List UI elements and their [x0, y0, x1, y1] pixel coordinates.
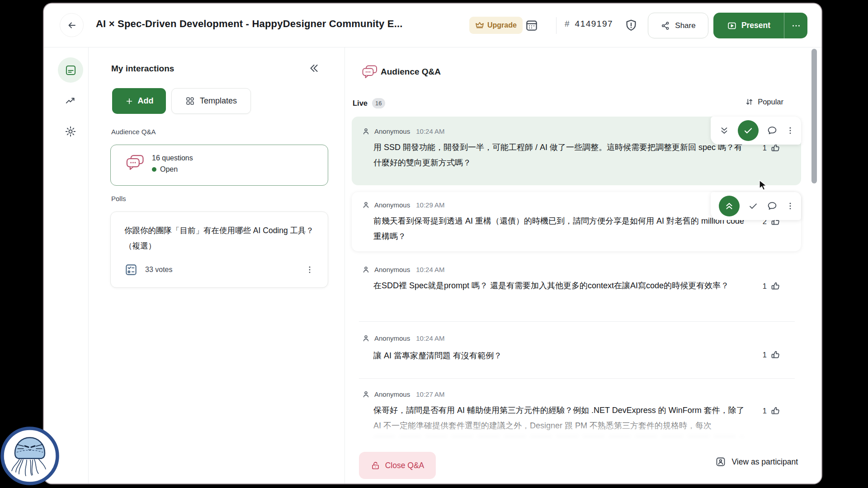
- privacy-shield-icon[interactable]: [624, 19, 638, 32]
- more-kebab-icon[interactable]: [786, 126, 795, 135]
- share-icon: [660, 21, 670, 31]
- left-rail: [44, 47, 89, 483]
- question-row-5[interactable]: Anonymous 10:27 AM 保哥好，請問是否有用 AI 輔助使用第三方…: [352, 379, 801, 455]
- dismiss-chevrons-icon[interactable]: [719, 125, 730, 136]
- approve-check-icon[interactable]: [748, 201, 759, 211]
- rail-analytics-button[interactable]: [58, 88, 83, 113]
- thumbs-up-icon: [770, 406, 781, 416]
- tab-live[interactable]: Live 16: [353, 98, 385, 108]
- question-actions: [711, 117, 801, 145]
- qa-status: Open: [160, 165, 178, 174]
- qa-bottom-bar: Close Q&A View as participant: [345, 445, 821, 483]
- mark-answered-button[interactable]: [738, 120, 759, 141]
- present-main[interactable]: Present: [713, 13, 784, 38]
- question-text: 讓 AI 當專家釐清問題 有沒有範例？: [373, 348, 748, 363]
- more-kebab-icon[interactable]: [786, 202, 795, 211]
- present-more-button[interactable]: [784, 13, 807, 38]
- poll-question: 你跟你的團隊「目前」有在使用哪些 AI Coding 工具？（複選）: [124, 223, 314, 253]
- scrollbar[interactable]: [811, 49, 817, 183]
- jellyfish-logo[interactable]: [0, 422, 65, 488]
- chat-bubbles-icon: [126, 154, 145, 174]
- rail-settings-button[interactable]: [58, 119, 83, 144]
- like-button[interactable]: 1: [763, 350, 781, 360]
- page-title: AI × Spec-Driven Development - HappyDesi…: [96, 18, 403, 30]
- comment-bubble-icon[interactable]: [767, 201, 778, 211]
- truncated-text-blur: [373, 436, 744, 443]
- panel-title: My interactions: [111, 64, 174, 74]
- qa-main-area: Audience Q&A Live 16: [345, 47, 821, 483]
- calendar-icon-button[interactable]: [525, 19, 538, 32]
- grid-icon: [185, 96, 195, 106]
- question-row-4[interactable]: Anonymous 10:24 AM 讓 AI 當專家釐清問題 有沒有範例？ 1: [352, 322, 801, 379]
- poll-card[interactable]: 你跟你的團隊「目前」有在使用哪些 AI Coding 工具？（複選） 33 vo…: [110, 211, 328, 288]
- qa-interaction-card[interactable]: 16 questions Open: [110, 145, 328, 186]
- event-code-number: 4149197: [575, 19, 613, 29]
- qa-section-label: Audience Q&A: [111, 128, 156, 136]
- event-code: # 4149197: [565, 19, 613, 29]
- app-window: AI × Spec-Driven Development - HappyDesi…: [44, 4, 821, 483]
- crown-icon: [475, 21, 484, 30]
- thumbs-up-icon: [770, 281, 781, 291]
- like-button[interactable]: 1: [763, 281, 781, 291]
- person-icon: [362, 390, 370, 399]
- qa-title-icon: [362, 65, 378, 80]
- close-qa-button[interactable]: Close Q&A: [359, 452, 436, 479]
- arrow-left-icon: [66, 20, 77, 31]
- header-divider: [556, 17, 557, 34]
- sort-arrows-icon: [745, 97, 754, 107]
- back-button[interactable]: [60, 13, 84, 37]
- templates-button[interactable]: Templates: [171, 88, 251, 114]
- upgrade-button[interactable]: Upgrade: [469, 17, 523, 34]
- person-square-icon: [715, 456, 726, 467]
- question-card-1[interactable]: Anonymous 10:24 AM 用 SSD 開發功能，開發到一半，可能工程…: [352, 117, 801, 185]
- present-play-icon: [727, 21, 737, 31]
- top-bar: AI × Spec-Driven Development - HappyDesi…: [44, 4, 821, 47]
- thumbs-up-icon: [770, 350, 781, 360]
- collapse-panel-button[interactable]: [308, 62, 320, 74]
- rail-interactions-button[interactable]: [58, 57, 83, 83]
- poll-checklist-icon: [124, 263, 138, 277]
- interactions-icon: [65, 64, 77, 76]
- person-icon: [362, 127, 370, 136]
- poll-votes: 33 votes: [145, 266, 172, 274]
- question-row-3[interactable]: Anonymous 10:24 AM 在SDD裡 Spec就是prompt 嗎？…: [352, 251, 801, 322]
- lock-open-icon: [371, 461, 380, 470]
- question-text: 保哥好，請問是否有用 AI 輔助使用第三方元件的經驗？例如 .NET DevEx…: [373, 403, 748, 433]
- live-count-badge: 16: [372, 98, 385, 108]
- polls-section-label: Polls: [111, 195, 126, 202]
- like-button[interactable]: 1: [763, 406, 781, 416]
- share-button[interactable]: Share: [648, 13, 708, 38]
- question-text: 用 SSD 開發功能，開發到一半，可能工程師 / AI 做了一些調整。這時候需要…: [373, 140, 748, 170]
- person-icon: [362, 265, 370, 274]
- trending-up-icon: [65, 95, 76, 107]
- present-button[interactable]: Present: [713, 13, 807, 38]
- open-status-dot: [152, 167, 156, 172]
- question-card-2[interactable]: Anonymous 10:29 AM 前幾天看到保哥提到透過 AI 重構（還債）…: [352, 192, 801, 251]
- add-button[interactable]: Add: [112, 88, 166, 114]
- question-text: 在SDD裡 Spec就是prompt 嗎？ 還是有需要加入其他更多的contex…: [373, 278, 748, 293]
- poll-menu-button[interactable]: [302, 263, 317, 277]
- question-actions: [711, 192, 801, 220]
- question-list: Anonymous 10:24 AM 用 SSD 開發功能，開發到一半，可能工程…: [352, 117, 801, 455]
- qa-main-title: Audience Q&A: [381, 67, 441, 77]
- chevron-double-left-icon: [308, 62, 320, 74]
- view-as-participant-button[interactable]: View as participant: [715, 456, 798, 467]
- qa-question-count: 16 questions: [152, 154, 193, 162]
- highlight-question-button[interactable]: [719, 196, 740, 216]
- qa-tabs-row: Live 16 Popular: [353, 98, 803, 113]
- plus-icon: [125, 97, 134, 106]
- sort-button[interactable]: Popular: [745, 97, 783, 107]
- person-icon: [362, 334, 370, 343]
- interactions-panel: My interactions Add Templates Audience Q…: [89, 47, 345, 483]
- ellipsis-icon: [791, 21, 801, 31]
- question-text: 前幾天看到保哥提到透過 AI 重構（還債）的時機已到，請問方便分享是如何用 AI…: [373, 213, 748, 244]
- gear-icon: [65, 126, 76, 137]
- hash-symbol: #: [565, 19, 570, 29]
- person-icon: [362, 201, 370, 209]
- comment-bubble-icon[interactable]: [767, 125, 778, 136]
